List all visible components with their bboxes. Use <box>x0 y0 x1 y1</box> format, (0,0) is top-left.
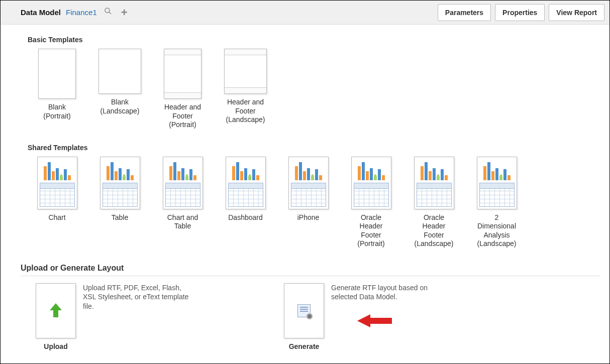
svg-point-0 <box>105 8 110 13</box>
template-label: 2 Dimensional Analysis (Landscape) <box>475 213 518 249</box>
template-blank-landscape[interactable]: Blank (Landscape) <box>98 49 141 130</box>
template-iphone[interactable]: iPhone <box>287 157 330 249</box>
thumbnail-icon <box>100 157 140 209</box>
upload-generate-row: Upload Upload RTF, PDF, Excel, Flash, XS… <box>36 283 599 350</box>
data-model-label: Data Model <box>21 8 61 17</box>
template-label: Header and Footer (Landscape) <box>224 98 267 125</box>
thumbnail-icon <box>98 49 141 94</box>
template-label: Dashboard <box>228 213 263 222</box>
arrow-up-icon <box>50 303 62 318</box>
template-label: Table <box>112 213 128 222</box>
plus-icon[interactable]: + <box>119 6 130 19</box>
header-bar: Data Model Finance1 + Parameters Propert… <box>1 1 609 25</box>
template-dashboard[interactable]: Dashboard <box>224 157 267 249</box>
template-label: Blank (Portrait) <box>36 103 78 120</box>
template-label: Oracle Header Footer (Landscape) <box>413 213 455 249</box>
upload-caption: Upload <box>44 342 67 350</box>
svg-line-1 <box>109 12 111 14</box>
template-oracle-hf-landscape[interactable]: Oracle Header Footer (Landscape) <box>413 157 455 249</box>
template-label: Chart <box>48 213 65 222</box>
basic-templates-title: Basic Templates <box>28 36 599 44</box>
view-report-button[interactable]: View Report <box>549 4 604 21</box>
upload-layout[interactable]: Upload Upload RTF, PDF, Excel, Flash, XS… <box>36 283 193 350</box>
template-chart-and-table[interactable]: Chart and Table <box>161 157 204 249</box>
generate-description: Generate RTF layout based on selected Da… <box>331 283 442 302</box>
upload-generate-title: Upload or Generate Layout <box>21 264 599 273</box>
upload-thumbnail <box>36 283 76 338</box>
template-table[interactable]: Table <box>98 157 141 249</box>
template-header-footer-portrait[interactable]: Header and Footer (Portrait) <box>161 49 204 130</box>
template-oracle-hf-portrait[interactable]: Oracle Header Footer (Portrait) <box>350 157 392 249</box>
basic-templates-row: Blank (Portrait) Blank (Landscape) Heade… <box>36 49 599 130</box>
parameters-button[interactable]: Parameters <box>438 4 491 21</box>
thumbnail-icon <box>351 157 391 209</box>
document-gear-icon <box>297 304 311 317</box>
thumbnail-icon <box>477 157 517 209</box>
template-label: Chart and Table <box>161 213 204 231</box>
thumbnail-icon <box>164 49 201 99</box>
template-label: Header and Footer (Portrait) <box>161 103 204 130</box>
template-header-footer-landscape[interactable]: Header and Footer (Landscape) <box>224 49 267 130</box>
properties-button[interactable]: Properties <box>495 4 545 21</box>
template-2d-analysis[interactable]: 2 Dimensional Analysis (Landscape) <box>475 157 518 249</box>
thumbnail-icon <box>163 157 203 209</box>
thumbnail-icon <box>224 49 267 94</box>
shared-templates-row: Chart Table Chart and Table <box>36 157 599 249</box>
generate-thumbnail <box>284 283 324 338</box>
template-label: iPhone <box>297 213 320 222</box>
data-model-value[interactable]: Finance1 <box>66 8 97 17</box>
shared-templates-title: Shared Templates <box>28 144 599 152</box>
generate-caption: Generate <box>289 342 320 350</box>
template-label: Blank (Landscape) <box>98 98 141 115</box>
template-label: Oracle Header Footer (Portrait) <box>350 213 392 249</box>
thumbnail-icon <box>38 49 76 99</box>
thumbnail-icon <box>226 157 266 209</box>
template-chart[interactable]: Chart <box>36 157 78 249</box>
thumbnail-icon <box>37 157 77 209</box>
search-icon[interactable] <box>102 7 114 18</box>
annotation-arrow-icon <box>357 314 392 327</box>
thumbnail-icon <box>414 157 454 209</box>
thumbnail-icon <box>288 157 329 209</box>
template-blank-portrait[interactable]: Blank (Portrait) <box>36 49 78 130</box>
upload-description: Upload RTF, PDF, Excel, Flash, XSL Style… <box>83 283 193 312</box>
